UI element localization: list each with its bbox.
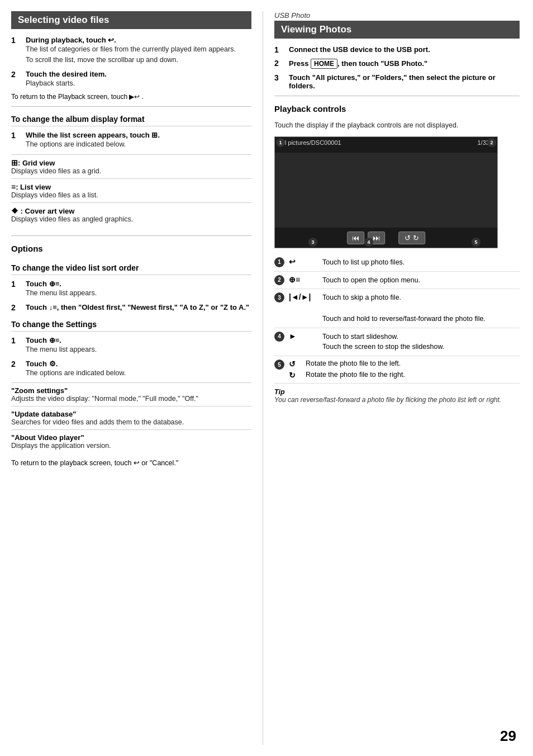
playback-controls-header: Playback controls	[274, 104, 520, 116]
settings-section-header: To change the Settings	[11, 320, 251, 332]
return-note: To return to the Playback screen, touch …	[11, 93, 251, 101]
cover-view-title: ❖ : Cover art view	[11, 206, 251, 215]
sort-step-1-content: Touch ⊕≡. The menu list appears.	[26, 280, 251, 299]
update-desc: Searches for video files and adds them t…	[11, 418, 251, 426]
tip-text: You can reverse/fast-forward a photo fil…	[274, 396, 520, 404]
sort-step-2-content: Touch ↓≡, then "Oldest first," "Newest f…	[26, 303, 251, 311]
pb-num-3: 3	[274, 292, 289, 303]
left-column: Selecting video files 1 During playback,…	[11, 11, 263, 745]
playback-controls-title: Playback controls	[274, 104, 346, 114]
usb-photo-text: USB Photo	[274, 11, 310, 20]
right-section-header: Viewing Photos	[274, 21, 520, 39]
step-2-content: Touch the desired item. Playback starts.	[26, 70, 251, 89]
step-2: 2 Touch the desired item. Playback start…	[11, 70, 251, 89]
rotate-left-row: ↺ Rotate the photo file to the left.	[289, 360, 520, 368]
rotate-right-row: ↻ Rotate the photo file to the right.	[289, 371, 520, 380]
sort-step-2-title: Touch ↓≡, then "Oldest first," "Newest f…	[26, 303, 251, 311]
pb-icon-desc-5: ↺ Rotate the photo file to the left. ↻ R…	[289, 360, 520, 380]
overlay-num-3: 3	[308, 238, 317, 247]
settings-step-2: 2 Touch ⚙. The options are indicated bel…	[11, 360, 251, 379]
grid-view-option: ⊞: Grid view Displays video files as a g…	[11, 154, 251, 178]
r-step-1-num: 1	[274, 45, 285, 54]
album-step-1-desc: The options are indicated below.	[26, 139, 251, 150]
update-option: "Update database" Searches for video fil…	[11, 406, 251, 429]
rotate-right-desc: Rotate the photo file to the right.	[306, 371, 405, 380]
grid-view-title: ⊞: Grid view	[11, 158, 251, 167]
settings-step-2-title: Touch ⚙.	[26, 360, 251, 368]
pb-item-2: 2 ⊕≡ Touch to open the option menu.	[274, 272, 520, 290]
r-step-1: 1 Connect the USB device to the USB port…	[274, 45, 520, 54]
playback-desc-text: Touch the display if the playback contro…	[274, 121, 458, 129]
usb-photo-label: USB Photo	[274, 11, 520, 20]
options-header: Options	[11, 244, 251, 256]
about-title: "About Video player"	[11, 433, 251, 442]
r-step-3: 3 Touch "All pictures," or "Folders," th…	[274, 73, 520, 90]
step-1: 1 During playback, touch ↩. The list of …	[11, 36, 251, 65]
step-2-desc: Playback starts.	[26, 78, 251, 89]
tip-title: Tip	[274, 388, 520, 396]
album-section-header: To change the album display format	[11, 115, 251, 126]
sort-section-header: To change the video list sort order	[11, 263, 251, 275]
tip-title-text: Tip	[274, 388, 285, 396]
cover-view-desc: Displays video files as angled graphics.	[11, 215, 251, 223]
sort-section-title: To change the video list sort order	[11, 263, 139, 272]
return-playback-note: To return to the playback screen, touch …	[11, 459, 251, 467]
zoom-option: "Zoom settings" Adjusts the video displa…	[11, 382, 251, 406]
right-column: USB Photo Viewing Photos 1 Connect the U…	[263, 11, 520, 745]
r-step-2: 2 Press HOME, then touch "USB Photo."	[274, 59, 520, 69]
sort-step-1-desc: The menu list appears.	[26, 288, 251, 299]
rotate-left-desc: Rotate the photo file to the left.	[306, 360, 401, 368]
r-step-1-content: Connect the USB device to the USB port.	[289, 45, 520, 54]
album-section-title: To change the album display format	[11, 115, 145, 124]
photo-viewer-top: All pictures/DSC00001 1/338	[275, 137, 497, 148]
pb-desc-3: Touch to skip a photo file.Touch and hol…	[322, 292, 520, 324]
rotate-right-icon: ↻	[289, 371, 306, 380]
sort-step-2: 2 Touch ↓≡, then "Oldest first," "Newest…	[11, 303, 251, 312]
cover-view-option: ❖ : Cover art view Displays video files …	[11, 202, 251, 226]
skip-back-btn[interactable]: ⏮	[347, 231, 364, 244]
options-title: Options	[11, 244, 43, 253]
pb-desc-4: Touch to start slideshow.Touch the scree…	[322, 332, 520, 353]
settings-step-2-desc: The options are indicated below.	[26, 368, 251, 379]
grid-view-desc: Displays video files as a grid.	[11, 167, 251, 175]
right-section-title: Viewing Photos	[281, 24, 351, 35]
pb-num-5: 5	[274, 360, 289, 370]
settings-step-1-num: 1	[11, 336, 22, 345]
pb-num-4: 4	[274, 332, 289, 342]
overlay-num-1: 1	[276, 138, 285, 147]
pb-icon-1: ↩	[289, 257, 322, 266]
step-1-content: During playback, touch ↩. The list of ca…	[26, 36, 251, 65]
settings-step-2-content: Touch ⚙. The options are indicated below…	[26, 360, 251, 379]
album-step-1-title: While the list screen appears, touch ⊞.	[26, 131, 251, 139]
playback-controls-desc: Touch the display if the playback contro…	[274, 120, 520, 131]
photo-path: All pictures/DSC00001	[279, 139, 341, 146]
settings-step-1-title: Touch ⊕≡.	[26, 336, 251, 344]
r-step-1-title: Connect the USB device to the USB port.	[289, 45, 520, 54]
sort-step-2-num: 2	[11, 303, 22, 312]
pb-item-4: 4 ► Touch to start slideshow.Touch the s…	[274, 328, 520, 357]
album-step-1-content: While the list screen appears, touch ⊞. …	[26, 131, 251, 150]
zoom-title: "Zoom settings"	[11, 386, 251, 395]
r-step-3-num: 3	[274, 73, 285, 82]
step-1-title: During playback, touch ↩.	[26, 36, 251, 44]
tip-block: Tip You can reverse/fast-forward a photo…	[274, 388, 520, 404]
photo-viewer-controls: ⏮ ⏭ ↺ ↻	[347, 231, 425, 244]
rotate-btns[interactable]: ↺ ↻	[398, 231, 425, 244]
photo-viewer: All pictures/DSC00001 1/338 ⏮ ⏭ ↺ ↻ 1 2 …	[274, 136, 498, 248]
settings-step-1: 1 Touch ⊕≡. The menu list appears.	[11, 336, 251, 355]
overlay-num-2: 2	[487, 138, 496, 147]
tip-content: You can reverse/fast-forward a photo fil…	[274, 396, 501, 404]
pb-item-3: 3 |◄/►| Touch to skip a photo file.Touch…	[274, 289, 520, 328]
r-step-2-num: 2	[274, 59, 285, 68]
pb-item-5: 5 ↺ Rotate the photo file to the left. ↻…	[274, 356, 520, 384]
step-1-desc: The list of categories or files from the…	[26, 44, 251, 65]
sort-step-1-num: 1	[11, 280, 22, 289]
left-section-header: Selecting video files	[11, 11, 251, 29]
sort-step-1: 1 Touch ⊕≡. The menu list appears.	[11, 280, 251, 299]
album-step-1-num: 1	[11, 131, 22, 140]
pb-icon-4: ►	[289, 332, 322, 341]
home-button-label: HOME	[311, 59, 337, 69]
pb-num-1: 1	[274, 257, 289, 267]
settings-section-title: To change the Settings	[11, 320, 97, 329]
page-number: 29	[500, 727, 516, 745]
